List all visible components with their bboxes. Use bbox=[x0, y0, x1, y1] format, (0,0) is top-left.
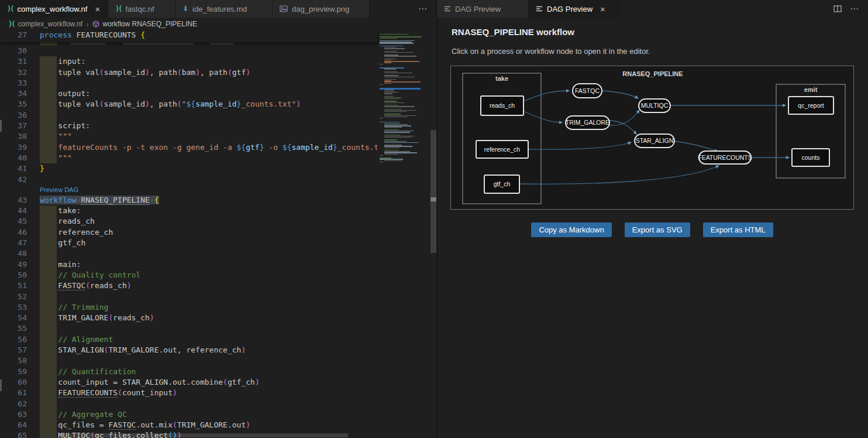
minimap-line bbox=[384, 131, 414, 131]
code-line[interactable]: 62 bbox=[0, 399, 377, 409]
code-area[interactable]: 3031 input:32 tuple val(sample_id), path… bbox=[0, 46, 377, 438]
copy-as-markdown-button[interactable]: Copy as Markdown bbox=[531, 223, 611, 237]
tab-dag-preview-png[interactable]: dag_preview.png bbox=[273, 0, 370, 18]
code-line[interactable]: 45 reads_ch bbox=[0, 216, 377, 227]
code-line[interactable]: 54 TRIM_GALORE(reads_ch) bbox=[0, 313, 377, 323]
dag-node-label-reference_ch[interactable]: reference_ch bbox=[484, 146, 520, 153]
code-line[interactable]: 58 bbox=[0, 355, 377, 366]
code-line[interactable]: 46 reference_ch bbox=[0, 227, 377, 238]
line-content: take: bbox=[40, 206, 81, 216]
export-as-svg-button[interactable]: Export as SVG bbox=[625, 223, 690, 237]
tab-dag-preview-inactive[interactable]: DAG Preview bbox=[437, 0, 529, 18]
code-line[interactable]: 56 // Alignment bbox=[0, 334, 377, 345]
line-content: reads_ch bbox=[40, 216, 95, 227]
code-line[interactable]: 43workflow·RNASEQ_PIPELINE·{ bbox=[0, 195, 377, 206]
code-line[interactable]: 42 bbox=[0, 174, 377, 185]
dag-node-label-reads_ch[interactable]: reads_ch bbox=[490, 102, 515, 109]
code-line[interactable]: 55 bbox=[0, 323, 377, 334]
code-line[interactable]: 33 bbox=[0, 78, 377, 88]
dag-node-label-STAR_ALIGN[interactable]: STAR_ALIGN bbox=[636, 137, 674, 144]
dag-node-label-FASTQC[interactable]: FASTQC bbox=[575, 87, 600, 94]
code-line[interactable]: 37 script: bbox=[0, 121, 377, 131]
minimap[interactable] bbox=[377, 30, 430, 438]
code-line[interactable]: 40 """ bbox=[0, 153, 377, 163]
code-line[interactable]: 48 bbox=[0, 248, 377, 259]
codelens-preview-dag[interactable]: Preview DAG bbox=[40, 185, 377, 195]
minimap-line bbox=[384, 98, 401, 99]
code-line[interactable]: 38 """ bbox=[0, 131, 377, 142]
tab-dag-preview-active[interactable]: DAG Preview × bbox=[529, 0, 619, 18]
code-line[interactable]: 53 // Trimming bbox=[0, 302, 377, 313]
breadcrumb-file[interactable]: complex_workflow.nf bbox=[18, 20, 82, 28]
code-token: main: bbox=[40, 260, 81, 269]
scrollbar-thumb[interactable] bbox=[430, 130, 436, 253]
tab-ide-features-md[interactable]: ⬇ ide_features.md bbox=[175, 0, 273, 18]
minimap-line bbox=[380, 36, 422, 37]
close-icon[interactable]: × bbox=[600, 5, 605, 13]
code-line[interactable]: 59 // Quantification bbox=[0, 367, 377, 377]
code-token: // Alignment bbox=[40, 335, 113, 344]
code-token: """ bbox=[40, 153, 72, 162]
tab-label: complex_workflow.nf bbox=[17, 5, 87, 13]
code-token: .out.mix bbox=[136, 420, 173, 429]
editor-group-right-tabs: DAG Preview DAG Preview × ⋯ bbox=[437, 0, 868, 18]
code-line[interactable]: 41} bbox=[0, 163, 377, 174]
dag-node-label-counts[interactable]: counts bbox=[802, 154, 820, 161]
code-token: count_input bbox=[122, 388, 173, 397]
split-editor-icon[interactable] bbox=[833, 5, 842, 12]
code-token: MULTIQC bbox=[58, 431, 90, 438]
code-token: process bbox=[40, 30, 72, 39]
breadcrumb: )( complex_workflow.nf › workflow RNASEQ… bbox=[0, 18, 437, 30]
code-line[interactable]: 65 MULTIQC(qc_files.collect()) bbox=[0, 430, 377, 438]
panel-title: RNASEQ_PIPELINE workflow bbox=[452, 27, 574, 37]
code-line[interactable]: 32 tuple val(sample_id), path(bam), path… bbox=[0, 67, 377, 78]
code-token: TRIM_GALORE.out bbox=[177, 420, 246, 429]
dag-node-label-TRIM_GALORE[interactable]: TRIM_GALORE bbox=[566, 119, 609, 126]
code-line[interactable]: 47 gtf_ch bbox=[0, 238, 377, 248]
code-line[interactable]: 39 featureCounts -p -t exon -g gene_id -… bbox=[0, 142, 377, 153]
code-line[interactable]: 36 bbox=[0, 110, 377, 121]
code-editor[interactable]: )( complex_workflow.nf › workflow RNASEQ… bbox=[0, 18, 437, 438]
dag-node-label-MULTIQC[interactable]: MULTIQC bbox=[641, 102, 669, 109]
code-line[interactable]: 63 // Aggregate QC bbox=[0, 409, 377, 420]
line-number: 39 bbox=[0, 142, 27, 153]
close-icon[interactable]: × bbox=[95, 5, 100, 13]
code-line[interactable]: 30 bbox=[0, 46, 377, 56]
minimap-line bbox=[384, 105, 398, 105]
code-line[interactable]: 61 FEATURECOUNTS(count_input) bbox=[0, 388, 377, 398]
code-line[interactable]: 51 FASTQC(reads_ch) bbox=[0, 280, 377, 291]
more-actions-icon[interactable]: ⋯ bbox=[410, 4, 436, 14]
dag-node-label-qc_report[interactable]: qc_report bbox=[798, 102, 824, 109]
dag-group-label-take: take bbox=[495, 75, 508, 82]
line-number: 44 bbox=[0, 206, 27, 216]
line-content: """ bbox=[40, 153, 72, 163]
tab-fastqc-nf[interactable]: )( fastqc.nf bbox=[108, 0, 175, 18]
sticky-scroll-line[interactable]: 27 process FEATURECOUNTS { bbox=[0, 30, 377, 42]
code-token: FEATURECOUNTS bbox=[72, 30, 140, 39]
more-actions-icon[interactable]: ⋯ bbox=[850, 4, 860, 14]
code-line[interactable]: 44 take: bbox=[0, 206, 377, 216]
dag-canvas: RNASEQ_PIPELINEtakeemitreads_chreference… bbox=[451, 66, 855, 210]
code-line[interactable]: 57 STAR_ALIGN(TRIM_GALORE.out, reference… bbox=[0, 345, 377, 355]
code-line[interactable]: 34 output: bbox=[0, 88, 377, 99]
code-line[interactable]: 52 bbox=[0, 292, 377, 302]
breadcrumb-symbol[interactable]: workflow RNASEQ_PIPELINE bbox=[103, 20, 197, 28]
code-token: ) bbox=[246, 420, 250, 429]
tab-complex-workflow-nf[interactable]: )( complex_workflow.nf × bbox=[0, 0, 108, 18]
code-line[interactable]: 49 main: bbox=[0, 259, 377, 270]
code-token: _counts.txt" bbox=[241, 100, 296, 108]
code-line[interactable]: 35 tuple val(sample_id), path("${sample_… bbox=[0, 99, 377, 110]
export-as-html-button[interactable]: Export as HTML bbox=[703, 223, 773, 237]
code-token: · bbox=[150, 196, 154, 204]
minimap-line bbox=[384, 81, 421, 82]
code-line[interactable]: 60 count_input = STAR_ALIGN.out.combine(… bbox=[0, 377, 377, 388]
minimap-line bbox=[384, 117, 408, 117]
dag-node-label-gtf_ch[interactable]: gtf_ch bbox=[494, 180, 511, 187]
code-line[interactable]: 64 qc_files = FASTQC.out.mix(TRIM_GALORE… bbox=[0, 420, 377, 430]
code-line[interactable]: 50 // Quality control bbox=[0, 270, 377, 280]
nextflow-icon: )( bbox=[7, 5, 13, 13]
code-line[interactable]: 31 input: bbox=[0, 56, 377, 67]
dag-node-label-FEATURECOUNTS[interactable]: FEATURECOUNTS bbox=[698, 154, 752, 161]
vertical-scrollbar[interactable] bbox=[430, 30, 437, 438]
minimap-line bbox=[380, 84, 383, 85]
